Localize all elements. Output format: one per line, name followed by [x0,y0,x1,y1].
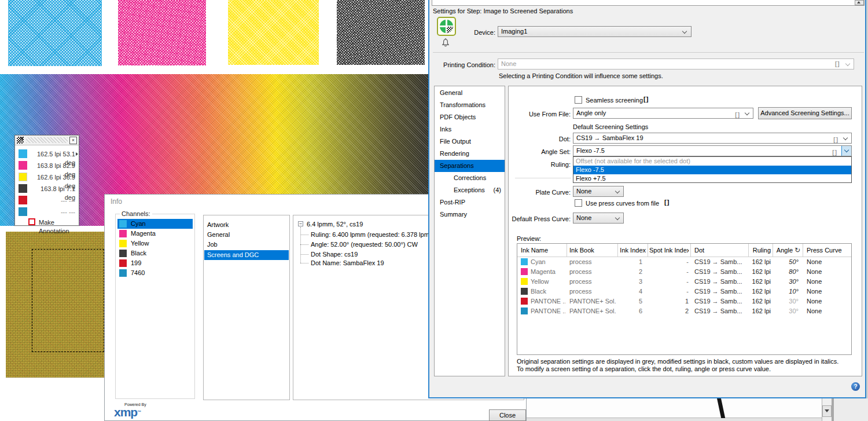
table-row[interactable]: Yellow process 3 - CS19 → Samb... 162 lp… [517,277,851,287]
advanced-screening-settings-button[interactable]: Advanced Screening Settings... [758,107,852,119]
angle-set-select[interactable]: Flexo -7.5 [] [573,145,852,156]
col-header-ink-name[interactable]: Ink Name [521,246,564,255]
dropdown-option-flexo-plus[interactable]: Flexo +7.5 [573,174,851,183]
angle-cell[interactable]: 80° [773,267,799,277]
col-header-dot[interactable]: Dot [694,246,745,255]
tree-root-label[interactable]: 6.4 lpmm, 52°, cs19 [307,220,363,229]
channel-item-cyan[interactable]: Cyan [117,219,193,229]
table-row[interactable]: PANTONE ... PANTONE+ Sol... 5 1 CS19 → S… [517,296,851,306]
ruling-cell[interactable]: 162 lpi [749,267,771,277]
page-item-job[interactable]: Job [207,240,218,250]
press-curve-cell[interactable]: None [807,306,847,316]
col-header-ruling[interactable]: Ruling [749,246,771,255]
press-curve-cell[interactable]: None [807,257,847,267]
nav-item-rendering[interactable]: Rendering [435,148,505,160]
scroll-down-button[interactable] [822,405,832,417]
printing-condition-hint: Selecting a Printing Condition will infl… [499,72,663,80]
use-from-file-select[interactable]: Angle only [] [573,108,753,119]
tree-item-dot-shape[interactable]: Dot Shape: cs19 [311,250,358,259]
ink-swatch [119,259,127,267]
col-header-ink-index[interactable]: Ink Index [619,246,646,255]
printing-condition-select[interactable]: None [498,58,854,69]
nav-item-summary[interactable]: Summary [435,208,505,221]
nav-item-exceptions[interactable]: Exceptions(4) [435,184,505,196]
press-curve-cell[interactable]: None [807,267,847,277]
smartname-icon[interactable]: [] [643,96,649,102]
angle-cell[interactable]: 30° [773,277,799,287]
col-header-spot-ink-index[interactable]: Spot Ink Index [649,246,689,255]
nav-item-general[interactable]: General [435,87,505,99]
ink-swatch [19,196,27,204]
dot-cell[interactable]: CS19 → Samb... [694,296,746,306]
tree-item-dot-name[interactable]: Dot Name: SambaFlex 19 [311,259,384,268]
angle-cell[interactable]: 50° [773,257,799,267]
nav-item-file-output[interactable]: File Output [435,136,505,148]
press-curves-from-file-checkbox[interactable] [575,199,582,207]
tree-item-angle[interactable]: Angle: 52.00° (requested: 50.00°) CW [311,240,418,249]
smartname-icon[interactable]: [] [664,199,670,206]
page-item-screens-and-dgc[interactable]: Screens and DGC [204,250,289,260]
dot-cell[interactable]: CS19 → Samb... [694,277,746,287]
seamless-screening-checkbox[interactable] [575,96,582,104]
angle-refresh-icon[interactable]: ↻ [795,246,801,255]
col-header-press-curve[interactable]: Press Curve [807,246,850,255]
header-divider [433,52,864,53]
col-header-angle[interactable]: Angle [773,246,793,255]
dot-cell[interactable]: CS19 → Samb... [694,257,746,267]
nav-item-post-rip[interactable]: Post-RIP [435,196,505,208]
ruling-cell[interactable]: 162 lpi [749,296,771,306]
help-icon[interactable]: ? [851,382,860,391]
angle-cell[interactable]: 30° [773,306,799,316]
channel-item-7460[interactable]: 7460 [117,268,193,278]
dropdown-option-offset[interactable]: Offset (not available for the selected d… [573,157,851,166]
page-item-artwork[interactable]: Artwork [207,221,229,230]
tree-collapse-icon[interactable]: − [298,221,303,226]
bell-icon[interactable] [441,38,450,50]
press-curve-cell[interactable]: None [807,277,847,287]
channel-item-black[interactable]: Black [117,248,193,258]
nav-item-transformations[interactable]: Transformations [435,99,505,111]
plate-curve-select[interactable]: None [573,186,624,197]
close-icon[interactable]: × [69,137,77,144]
dot-cell[interactable]: CS19 → Samb... [694,267,746,277]
dot-select[interactable]: CS19 → SambaFlex 19 [] [573,133,852,144]
channel-item-magenta[interactable]: Magenta [117,229,193,239]
angle-cell[interactable]: 30° [773,296,799,306]
col-header-ink-book[interactable]: Ink Book [569,246,615,255]
page-item-general[interactable]: General [207,230,230,240]
dot-cell[interactable]: CS19 → Samb... [694,306,746,316]
ink-swatch [119,250,127,257]
nav-item-separations[interactable]: Separations [435,160,505,172]
angle-cell[interactable]: 10° [773,287,799,296]
ruling-cell[interactable]: 162 lpi [749,287,771,296]
make-annotation-checkbox[interactable] [28,218,35,225]
close-button[interactable]: Close [489,409,526,421]
tree-item-ruling[interactable]: Ruling: 6.400 lpmm (requested: 6.378 lpm… [311,230,437,239]
scroll-up-button[interactable] [855,0,864,5]
nav-item-pdf-objects[interactable]: PDF Objects [435,111,505,123]
ruling-cell[interactable]: 162 lpi [749,306,771,316]
default-press-curve-select[interactable]: None [573,213,624,224]
device-select[interactable]: Imaging1 [498,26,692,37]
dropdown-option-flexo-minus[interactable]: Flexo -7.5 [573,166,851,174]
ruling-cell[interactable]: 162 lpi [749,257,771,267]
ink-swatch [521,288,528,295]
panel-drag-area[interactable] [26,137,68,143]
nav-item-inks[interactable]: Inks [435,123,505,136]
table-row[interactable]: Magenta process 2 - CS19 → Samb... 162 l… [517,267,851,277]
press-curve-cell[interactable]: None [807,296,847,306]
smartname-icon[interactable]: [] [835,61,840,67]
channel-item-199[interactable]: 199 [117,258,193,268]
dot-cell[interactable]: CS19 → Samb... [694,287,746,296]
nav-item-corrections[interactable]: Corrections [435,172,505,184]
press-curve-cell[interactable]: None [807,287,847,296]
table-row[interactable]: PANTONE ... PANTONE+ Sol... 6 2 CS19 → S… [517,306,851,316]
channel-item-yellow[interactable]: Yellow [117,239,193,248]
table-row[interactable]: Cyan process 1 - CS19 → Samb... 162 lpi … [517,257,851,267]
ink-index-cell: 2 [619,267,642,277]
ink-name-cell: PANTONE ... [531,296,565,306]
ruling-cell[interactable]: 162 lpi [749,277,771,287]
measure-panel-titlebar[interactable]: × [15,136,79,145]
angle-set-dropdown-button[interactable] [841,146,851,156]
table-row[interactable]: Black process 4 - CS19 → Samb... 162 lpi… [517,287,851,296]
